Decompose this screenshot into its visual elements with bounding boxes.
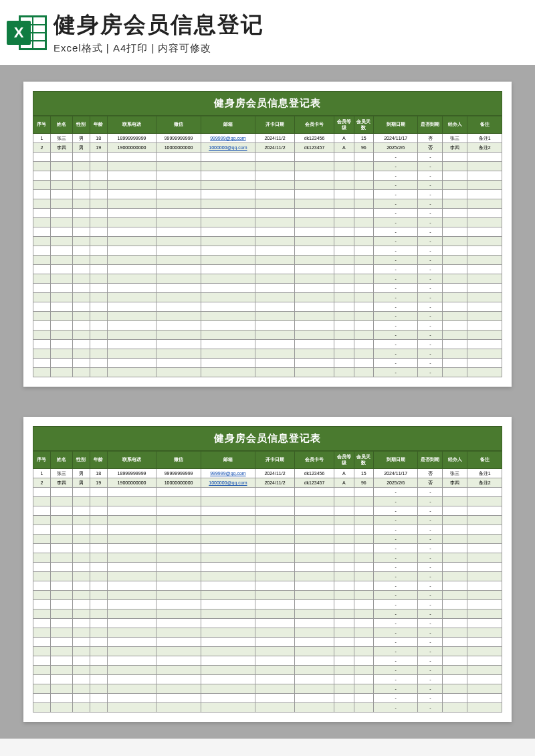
sheet-title: 健身房会员信息登记表 bbox=[33, 426, 502, 451]
cell-empty bbox=[107, 368, 156, 377]
email-link[interactable]: 1000000@qq.com bbox=[209, 480, 247, 485]
cell-empty bbox=[443, 265, 467, 274]
cell-empty bbox=[467, 488, 502, 497]
cell-empty bbox=[354, 246, 374, 256]
cell-empty: - bbox=[418, 171, 443, 181]
cell-empty bbox=[354, 638, 374, 647]
cell-empty bbox=[354, 609, 374, 619]
email-link[interactable]: 1000000@qq.com bbox=[209, 145, 247, 150]
cell-empty: - bbox=[374, 246, 418, 256]
cell-empty bbox=[33, 181, 51, 190]
cell-empty bbox=[443, 171, 467, 181]
cell-empty bbox=[354, 218, 374, 227]
cell-empty bbox=[443, 237, 467, 246]
cell-empty bbox=[201, 684, 255, 694]
cell-empty bbox=[201, 284, 255, 293]
cell-empty bbox=[443, 525, 467, 535]
table-row: -- bbox=[33, 293, 502, 302]
cell-empty bbox=[295, 563, 334, 572]
cell-empty: - bbox=[418, 312, 443, 321]
cell-empty: - bbox=[418, 349, 443, 359]
cell-empty bbox=[255, 237, 294, 246]
cell-empty bbox=[33, 340, 51, 349]
column-header: 是否到期 bbox=[418, 452, 443, 469]
cell-empty bbox=[354, 312, 374, 321]
cell-empty bbox=[90, 330, 107, 340]
email-link[interactable]: 999999@qq.com bbox=[210, 136, 245, 140]
table-row: -- bbox=[33, 312, 502, 321]
cell-remark: 备注2 bbox=[467, 478, 502, 488]
cell-empty bbox=[255, 675, 294, 684]
cell-empty bbox=[334, 628, 354, 638]
cell-empty bbox=[156, 237, 201, 246]
cell-empty bbox=[201, 256, 255, 265]
cell-empty bbox=[354, 209, 374, 218]
cell-empty bbox=[255, 525, 294, 535]
cell-empty bbox=[201, 209, 255, 218]
cell-empty: - bbox=[374, 544, 418, 553]
cell-empty bbox=[33, 684, 51, 694]
cell-empty bbox=[156, 553, 201, 563]
cell-empty bbox=[255, 368, 294, 377]
cell-empty bbox=[334, 321, 354, 330]
cell-empty: - bbox=[374, 666, 418, 675]
cell-empty bbox=[50, 647, 72, 656]
cell-empty bbox=[50, 302, 72, 312]
cell-empty bbox=[443, 302, 467, 312]
cell-empty bbox=[90, 312, 107, 321]
cell-empty bbox=[73, 525, 90, 535]
cell-empty bbox=[90, 525, 107, 535]
cell-empty bbox=[73, 563, 90, 572]
cell-empty bbox=[201, 359, 255, 368]
cell-empty: - bbox=[374, 340, 418, 349]
cell-empty bbox=[354, 340, 374, 349]
cell-empty bbox=[90, 209, 107, 218]
cell-empty bbox=[201, 293, 255, 302]
cell-empty bbox=[156, 171, 201, 181]
cell-empty bbox=[73, 666, 90, 675]
cell-expiry: 2024/11/17 bbox=[374, 134, 418, 143]
cell-empty: - bbox=[418, 609, 443, 619]
cell-empty bbox=[467, 600, 502, 609]
cell-empty bbox=[443, 199, 467, 209]
cell-empty bbox=[354, 359, 374, 368]
cell-empty bbox=[107, 516, 156, 525]
cell-name: 张三 bbox=[50, 469, 72, 478]
cell-empty bbox=[201, 628, 255, 638]
cell-empty bbox=[295, 675, 334, 684]
cell-empty bbox=[50, 293, 72, 302]
cell-empty bbox=[295, 359, 334, 368]
column-header: 开卡日期 bbox=[255, 116, 294, 134]
cell-empty: - bbox=[418, 563, 443, 572]
cell-empty: - bbox=[374, 162, 418, 171]
cell-empty bbox=[73, 284, 90, 293]
cell-empty bbox=[90, 516, 107, 525]
cell-empty bbox=[73, 516, 90, 525]
cell-empty bbox=[295, 703, 334, 713]
table-row: -- bbox=[33, 340, 502, 349]
cell-empty bbox=[73, 703, 90, 713]
cell-empty bbox=[255, 619, 294, 628]
cell-empty: - bbox=[418, 638, 443, 647]
column-header: 姓名 bbox=[50, 116, 72, 134]
cell-email: 999999@qq.com bbox=[201, 469, 255, 478]
cell-empty bbox=[156, 684, 201, 694]
cell-empty bbox=[50, 656, 72, 666]
cell-empty bbox=[354, 619, 374, 628]
table-row: -- bbox=[33, 694, 502, 703]
page-title: 健身房会员信息登记 bbox=[54, 10, 522, 40]
cell-empty bbox=[467, 190, 502, 199]
cell-empty bbox=[334, 227, 354, 237]
cell-empty bbox=[467, 330, 502, 340]
cell-empty bbox=[33, 488, 51, 497]
table-row: -- bbox=[33, 497, 502, 506]
email-link[interactable]: 999999@qq.com bbox=[210, 471, 245, 476]
cell-empty: - bbox=[374, 256, 418, 265]
table-row: -- bbox=[33, 609, 502, 619]
table-row: -- bbox=[33, 190, 502, 199]
cell-empty bbox=[467, 544, 502, 553]
cell-empty bbox=[354, 694, 374, 703]
cell-empty bbox=[90, 218, 107, 227]
cell-empty bbox=[90, 535, 107, 544]
cell-empty bbox=[354, 153, 374, 162]
